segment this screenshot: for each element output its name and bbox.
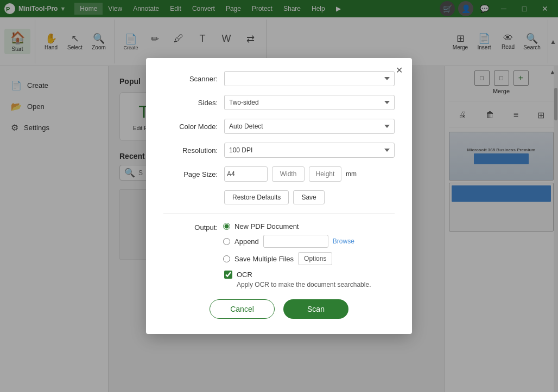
- ocr-description: Apply OCR to make the document searchabl…: [224, 281, 395, 288]
- dialog-close-btn[interactable]: ✕: [392, 63, 405, 76]
- color-mode-label: Color Mode:: [163, 123, 218, 131]
- scan-btn[interactable]: Scan: [283, 299, 348, 319]
- output-options: New PDF Document Append Browse Save Mult…: [223, 222, 395, 265]
- dialog-divider: [163, 213, 395, 214]
- output-multiple-label: Save Multiple Files: [234, 255, 294, 263]
- ocr-checkbox[interactable]: [224, 271, 232, 279]
- page-size-row: Page Size: A4 A3 Letter Legal mm: [163, 166, 395, 182]
- output-append-label: Append: [234, 237, 259, 246]
- modal-overlay: ✕ Scanner: Sides: Two-sided One-sided Co…: [0, 0, 558, 392]
- page-width-input[interactable]: [272, 166, 305, 182]
- append-input[interactable]: [263, 235, 328, 248]
- ocr-section: OCR Apply OCR to make the document searc…: [163, 271, 395, 288]
- ocr-row: OCR: [224, 271, 395, 279]
- restore-save-row: Restore Defaults Save: [163, 190, 395, 204]
- output-multiple-row: Save Multiple Files Options: [223, 252, 395, 265]
- resolution-row: Resolution: 100 DPI 72 DPI 150 DPI 200 D…: [163, 143, 395, 158]
- ocr-label: OCR: [237, 271, 252, 279]
- page-size-select[interactable]: A4 A3 Letter Legal: [224, 166, 268, 182]
- page-size-controls: A4 A3 Letter Legal mm: [224, 166, 395, 182]
- restore-defaults-btn[interactable]: Restore Defaults: [224, 190, 289, 204]
- sides-label: Sides:: [163, 99, 218, 107]
- output-new-radio[interactable]: [223, 223, 230, 230]
- output-multiple-radio[interactable]: [223, 255, 230, 262]
- scanner-label: Scanner:: [163, 75, 218, 83]
- browse-link[interactable]: Browse: [333, 237, 354, 245]
- output-new-label: New PDF Document: [234, 222, 299, 230]
- output-label: Output:: [163, 222, 218, 232]
- sides-row: Sides: Two-sided One-sided: [163, 95, 395, 110]
- output-new-row: New PDF Document: [223, 222, 395, 230]
- output-append-radio[interactable]: [223, 238, 230, 245]
- output-row: Output: New PDF Document Append Browse S…: [163, 222, 395, 265]
- save-settings-btn[interactable]: Save: [293, 190, 324, 204]
- cancel-btn[interactable]: Cancel: [210, 299, 275, 319]
- options-btn[interactable]: Options: [298, 252, 332, 265]
- resolution-select[interactable]: 100 DPI 72 DPI 150 DPI 200 DPI 300 DPI: [224, 143, 395, 158]
- scan-dialog: ✕ Scanner: Sides: Two-sided One-sided Co…: [146, 58, 412, 334]
- page-height-input[interactable]: [309, 166, 341, 182]
- resolution-label: Resolution:: [163, 146, 218, 155]
- color-mode-row: Color Mode: Auto Detect Color Grayscale …: [163, 119, 395, 134]
- page-size-label: Page Size:: [163, 170, 218, 178]
- scanner-select[interactable]: [224, 71, 395, 86]
- output-append-row: Append Browse: [223, 235, 395, 248]
- sides-select[interactable]: Two-sided One-sided: [224, 95, 395, 110]
- page-size-unit: mm: [346, 170, 357, 178]
- color-mode-select[interactable]: Auto Detect Color Grayscale Black & Whit…: [224, 119, 395, 134]
- scanner-row: Scanner:: [163, 71, 395, 86]
- dialog-footer: Cancel Scan: [163, 299, 395, 319]
